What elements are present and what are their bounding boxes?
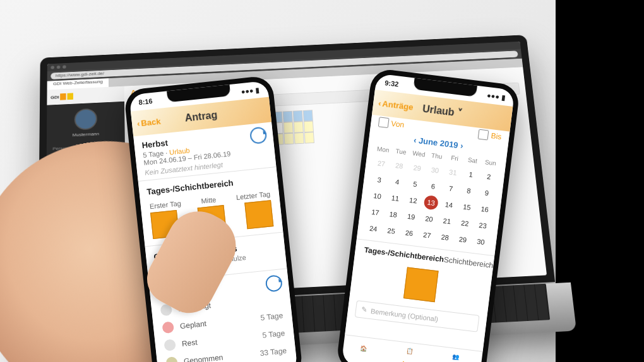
calendar-day[interactable]: 19	[401, 207, 421, 226]
calendar-day[interactable]: 14	[439, 196, 459, 214]
shift-label: Schichtbereich	[443, 255, 494, 269]
calendar-day[interactable]: 27	[417, 226, 438, 244]
calendar-day[interactable]: 26	[399, 224, 419, 242]
calendar-day[interactable]: 9	[477, 184, 497, 202]
calendar-day[interactable]: 23	[473, 216, 493, 235]
shift-box[interactable]	[403, 267, 439, 302]
calendar-day[interactable]: 21	[437, 212, 457, 230]
screen-title[interactable]: Urlaub ˅	[422, 102, 463, 119]
user-name: Mustermann	[73, 131, 99, 137]
calendar-day[interactable]: 4	[387, 173, 407, 191]
calendar-day[interactable]: 30	[471, 233, 491, 251]
calendar-day[interactable]: 25	[381, 221, 402, 240]
tab-home[interactable]: 🏠	[342, 335, 391, 362]
calendar-day[interactable]: 16	[475, 200, 495, 218]
calendar-day[interactable]: 20	[419, 209, 439, 228]
calendar-day[interactable]: 24	[364, 219, 384, 238]
back-button[interactable]: ‹ Back	[136, 116, 161, 128]
calendar-day[interactable]: 11	[385, 189, 405, 207]
calendar-grid[interactable]: 2728293031123456789101112131415161718192…	[357, 153, 505, 252]
calendar-day[interactable]: 5	[405, 175, 426, 193]
calendar-day[interactable]: 12	[403, 191, 424, 209]
calendar-day[interactable]: 29	[453, 230, 473, 248]
avatar[interactable]	[75, 108, 97, 131]
calendar-day[interactable]: 1	[461, 165, 481, 184]
calendar-day[interactable]: 13	[421, 194, 441, 212]
calendar-icon	[478, 129, 489, 141]
to-field[interactable]: Bis	[478, 129, 502, 142]
calendar-day[interactable]: 10	[367, 187, 388, 205]
calendar-day[interactable]: 15	[457, 198, 477, 216]
note-icon: ✎	[361, 305, 368, 314]
calendar-day[interactable]: 2	[479, 167, 499, 185]
shift-box-last[interactable]	[244, 200, 273, 229]
calendar-day[interactable]: 6	[423, 177, 443, 196]
screen-title: Antrag	[184, 109, 218, 124]
calendar-day[interactable]: 18	[383, 205, 403, 223]
status-dot-icon	[165, 356, 178, 362]
calendar-icon	[378, 117, 390, 128]
calendar-day[interactable]: 28	[435, 228, 455, 247]
status-dot-icon	[162, 321, 174, 334]
back-button[interactable]: ‹ Anträge	[378, 98, 414, 112]
status-dot-icon	[164, 339, 176, 351]
calendar-day[interactable]: 8	[459, 182, 479, 200]
calendar-day[interactable]: 3	[369, 170, 390, 189]
calendar-day[interactable]: 7	[441, 179, 462, 197]
calendar-day[interactable]: 22	[455, 214, 475, 232]
calendar-day[interactable]: 17	[366, 203, 386, 221]
